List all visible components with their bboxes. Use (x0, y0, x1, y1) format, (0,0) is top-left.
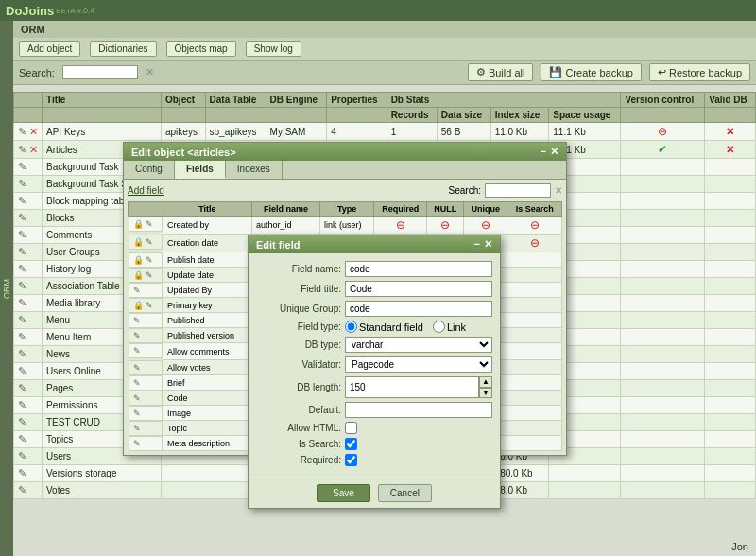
db-type-select[interactable]: varchar text int datetime (345, 337, 492, 353)
add-field-btn[interactable]: Add field (128, 185, 164, 196)
fields-th-fieldname[interactable]: Field name (251, 202, 319, 217)
default-input[interactable] (345, 402, 492, 418)
create-backup-button[interactable]: 💾 Create backup (541, 63, 642, 81)
objects-map-button[interactable]: Objects map (166, 41, 236, 57)
edit-icon[interactable]: ✎ (18, 246, 26, 257)
edit-icon[interactable]: ✎ (18, 416, 26, 427)
row-actions[interactable]: ✎ (14, 227, 43, 244)
edit-field-icon[interactable]: ✎ (146, 255, 153, 265)
sidebar-tab-label[interactable]: ORM (2, 279, 11, 299)
edit-icon[interactable]: ✎ (18, 382, 26, 393)
validator-select[interactable]: Pagecode None Email (345, 356, 492, 373)
fields-th-null[interactable]: NULL (427, 202, 464, 217)
edit-field-icon[interactable]: ✎ (133, 331, 141, 340)
field-name-input[interactable] (345, 261, 492, 277)
edit-field-icon[interactable]: ✎ (146, 219, 153, 229)
save-button[interactable]: Save (317, 484, 370, 502)
edit-icon[interactable]: ✎ (18, 348, 26, 359)
edit-icon[interactable]: ✎ (18, 484, 26, 495)
edit-field-icon[interactable]: ✎ (133, 408, 141, 418)
edit-icon[interactable]: ✎ (18, 126, 26, 137)
delete-icon[interactable]: ✕ (29, 144, 38, 155)
edit-field-icon[interactable]: ✎ (133, 424, 141, 433)
minimize-icon[interactable]: − (474, 238, 480, 251)
edit-field-icon[interactable]: ✎ (133, 393, 141, 403)
col-header-validdb[interactable]: Valid DB (705, 93, 756, 108)
field-type-link-label[interactable]: Link (433, 321, 466, 333)
tab-config[interactable]: Config (124, 161, 175, 179)
edit-icon[interactable]: ✎ (18, 144, 26, 155)
edit-icon[interactable]: ✎ (18, 314, 26, 325)
row-actions[interactable]: ✎ (14, 210, 43, 227)
edit-field-icon[interactable]: ✎ (133, 439, 141, 448)
fields-search-input[interactable] (485, 183, 551, 198)
cancel-button[interactable]: Cancel (378, 484, 432, 502)
edit-icon[interactable]: ✎ (18, 195, 26, 206)
edit-icon[interactable]: ✎ (18, 280, 26, 291)
row-actions[interactable]: ✎ (14, 176, 43, 193)
field-type-standard-radio[interactable] (345, 321, 357, 333)
fields-th-title[interactable]: Title (163, 202, 251, 217)
col-header-datatable[interactable]: Data Table (205, 93, 266, 108)
col-subheader-records[interactable]: Records (387, 108, 437, 123)
col-header-dbengine[interactable]: DB Engine (266, 93, 327, 108)
col-subheader-datasize[interactable]: Data size (437, 108, 490, 123)
tab-fields[interactable]: Fields (175, 161, 226, 179)
edit-field-icon[interactable]: ✎ (133, 363, 141, 373)
dictionaries-button[interactable]: Dictionaries (90, 41, 156, 57)
col-header-title-name[interactable]: Title (43, 93, 162, 108)
fields-th-issearch[interactable]: Is Search (507, 202, 562, 217)
db-length-input[interactable] (345, 376, 479, 398)
close-icon[interactable]: ✕ (484, 238, 492, 251)
build-all-button[interactable]: ⚙ Build all (468, 63, 534, 81)
row-actions[interactable]: ✎ (14, 193, 43, 210)
edit-field-icon[interactable]: ✎ (133, 378, 141, 388)
vertical-sidebar[interactable]: ORM (0, 21, 13, 556)
edit-icon[interactable]: ✎ (18, 331, 26, 342)
edit-field-icon[interactable]: ✎ (133, 346, 141, 356)
unique-group-input[interactable] (345, 301, 492, 317)
edit-icon[interactable]: ✎ (18, 263, 26, 274)
edit-field-icon[interactable]: ✎ (146, 270, 153, 280)
edit-icon[interactable]: ✎ (18, 178, 26, 189)
field-row[interactable]: 🔒✎ Created byauthor_idlink (user) ⊖ ⊖ ⊖ … (129, 217, 562, 235)
show-log-button[interactable]: Show log (246, 41, 301, 57)
edit-icon[interactable]: ✎ (18, 229, 26, 240)
col-header-properties[interactable]: Properties (327, 93, 387, 108)
required-checkbox[interactable] (345, 454, 357, 466)
fields-search-clear-icon[interactable]: ✕ (555, 185, 562, 196)
edit-icon[interactable]: ✎ (18, 212, 26, 223)
clear-search-icon[interactable]: ✕ (146, 66, 154, 78)
field-type-standard-label[interactable]: Standard field (345, 321, 423, 333)
field-type-link-radio[interactable] (433, 321, 445, 333)
edit-icon[interactable]: ✎ (18, 433, 26, 444)
fields-th-unique[interactable]: Unique (464, 202, 507, 217)
edit-icon[interactable]: ✎ (18, 450, 26, 461)
edit-field-icon[interactable]: ✎ (133, 286, 141, 295)
tab-indexes[interactable]: Indexes (226, 161, 283, 179)
restore-backup-button[interactable]: ↩ Restore backup (649, 63, 750, 81)
is-search-checkbox[interactable] (345, 438, 357, 450)
edit-icon[interactable]: ✎ (18, 399, 26, 410)
row-actions[interactable]: ✎ (14, 159, 43, 176)
delete-icon[interactable]: ✕ (29, 126, 38, 137)
edit-field-icon[interactable]: ✎ (133, 316, 141, 325)
col-subheader-indexsize[interactable]: Index size (490, 108, 549, 123)
edit-field-icon[interactable]: ✎ (146, 301, 153, 310)
table-row[interactable]: ✎ ✕ API Keys apikeys sb_apikeys MyISAM 4… (14, 123, 756, 141)
field-title-input[interactable] (345, 281, 492, 297)
search-input[interactable] (62, 65, 138, 79)
col-header-object[interactable]: Object (161, 93, 205, 108)
fields-th-type[interactable]: Type (320, 202, 374, 217)
edit-icon[interactable]: ✎ (18, 297, 26, 308)
add-object-button[interactable]: Add object (19, 41, 80, 57)
spinner-up-button[interactable]: ▲ (479, 376, 492, 388)
edit-icon[interactable]: ✎ (18, 467, 26, 478)
close-icon[interactable]: ✕ (550, 146, 558, 158)
col-header-versioncontrol[interactable]: Version control (621, 93, 705, 108)
col-subheader-spaceusage[interactable]: Space usage (549, 108, 621, 123)
fields-th-required[interactable]: Required (374, 202, 427, 217)
edit-field-icon[interactable]: ✎ (146, 237, 153, 247)
row-actions[interactable]: ✎ ✕ (14, 123, 43, 141)
edit-icon[interactable]: ✎ (18, 161, 26, 172)
